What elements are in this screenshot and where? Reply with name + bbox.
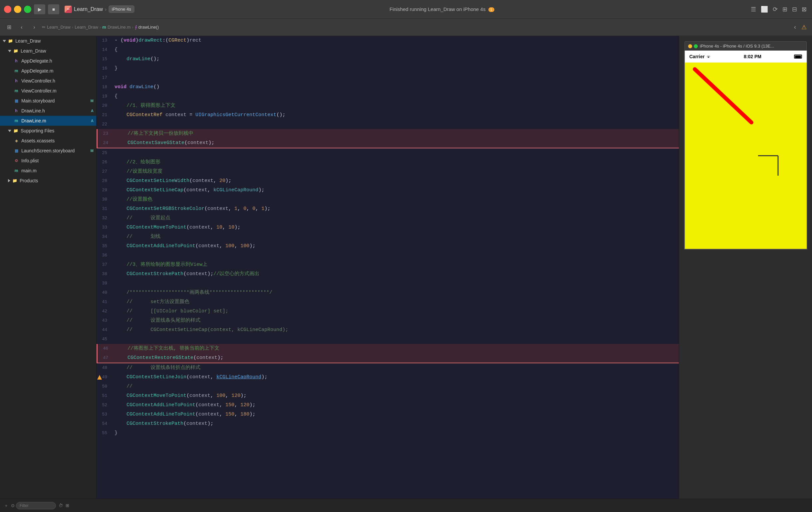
code-line-36: 36 [96, 251, 679, 260]
line-content: - (void)drawRect:(CGRect)rect [112, 36, 679, 45]
sidebar-item-launchscreen[interactable]: ▦ LaunchScreen.storyboard M [0, 146, 96, 156]
code-line-16: 16 } [96, 64, 679, 73]
sidebar-label-supporting-files: Supporting Files [21, 128, 54, 133]
sidebar-item-project-root[interactable]: 📁 Learn_Draw [0, 36, 96, 46]
line-content [112, 251, 679, 260]
expand-icon-sf [8, 130, 11, 132]
sidebar-item-viewcontroller-m[interactable]: m ViewController.m [0, 86, 96, 96]
layout3-button[interactable]: ⊠ [800, 4, 808, 14]
line-number: 35 [96, 242, 112, 251]
line-number: 28 [96, 176, 112, 186]
nav-back-button[interactable]: ‹ [17, 23, 27, 32]
sidebar-label-learn-draw-group: Learn_Draw [21, 48, 46, 54]
line-content: CGContextAddLineToPoint(context, 100, 10… [112, 242, 679, 251]
sim-dot-green[interactable] [694, 44, 698, 48]
sidebar-badge-drawline-m: A [91, 119, 93, 123]
traffic-lights [4, 6, 31, 13]
play-button[interactable]: ▶ [34, 4, 45, 14]
maximize-button[interactable] [24, 6, 31, 13]
line-content: CGContextStrokePath(context);//以空心的方式画出 [112, 269, 679, 279]
sidebar-label-appdelegate-h: AppDelegate.h [21, 58, 52, 64]
code-line-34: 34 // 划线 [96, 232, 679, 242]
hierarchy-button[interactable]: ⊞ [65, 503, 69, 508]
expand-icon [8, 50, 11, 52]
line-number: 53 [96, 410, 112, 419]
code-line-14: 14 { [96, 45, 679, 55]
add-file-button[interactable]: ＋ [4, 503, 8, 509]
running-status-text: Finished running Learn_Draw on iPhone 4s [389, 6, 486, 12]
line-content: // [112, 382, 679, 391]
code-line-28: 28 CGContextSetLineWidth(context, 20); [96, 176, 679, 186]
sidebar-item-appdelegate-m[interactable]: m AppDelegate.m [0, 66, 96, 76]
breadcrumb-learn-draw-1[interactable]: Learn_Draw [47, 25, 70, 30]
battery-fill [795, 56, 801, 58]
line-content: //设置颜色 [112, 195, 679, 204]
file-m-icon: m [13, 68, 19, 74]
breadcrumb-drawline-m[interactable]: DrawLine.m [108, 25, 130, 30]
breadcrumb-drawline-fn[interactable]: drawLine() [139, 25, 159, 30]
line-number: 22 [96, 120, 112, 129]
sidebar-item-main-m[interactable]: m main.m [0, 166, 96, 176]
scheme-selector[interactable]: iPhone 4s [109, 5, 135, 13]
sidebar-item-assets[interactable]: ◈ Assets.xcassets [0, 136, 96, 146]
debug-toggle-button[interactable]: ⬜ [759, 4, 770, 14]
line-content: // 划线 [112, 232, 679, 242]
minimize-button[interactable] [14, 6, 21, 13]
sidebar-item-learn-draw-group[interactable]: 📁 Learn_Draw [0, 46, 96, 56]
sidebar-label-drawline-h: DrawLine.h [21, 108, 45, 114]
code-editor[interactable]: 13 - (void)drawRect:(CGRect)rect 14 { 15… [96, 36, 679, 499]
sidebar-item-main-storyboard[interactable]: ▦ Main.storyboard M [0, 96, 96, 106]
assistant-toggle-button[interactable]: ⟳ [772, 4, 779, 14]
code-line-43: 43 // 设置线条头尾部的样式 [96, 316, 679, 325]
sidebar-item-drawline-m[interactable]: m DrawLine.m A [0, 116, 96, 126]
title-separator: › [105, 7, 107, 12]
filter-toggle-button[interactable]: ⊙ [11, 502, 56, 509]
storyboard-icon: ▦ [13, 98, 19, 104]
warning-nav-button[interactable]: ⚠ [800, 22, 808, 32]
code-lines: 13 - (void)drawRect:(CGRect)rect 14 { 15… [96, 36, 679, 438]
navigator-toggle-button[interactable]: ☰ [749, 4, 757, 14]
code-line-47: 47 CGContextRestoreGState(context); [96, 353, 679, 363]
line-number: 47 [97, 353, 113, 363]
line-number: 37 [96, 260, 112, 269]
line-content: void drawLine() [112, 83, 679, 92]
breadcrumb-app-icon[interactable]: ✏ [42, 25, 46, 30]
sort-button[interactable]: ⏱ [59, 503, 63, 508]
filter-input[interactable] [16, 502, 56, 509]
layout2-button[interactable]: ⊟ [791, 4, 799, 14]
line-number: 29 [96, 186, 112, 195]
line-content: CGContextAddLineToPoint(context, 150, 18… [112, 410, 679, 419]
line-number: 48 [96, 363, 112, 372]
breadcrumb-learn-draw-2[interactable]: Learn_Draw [75, 25, 98, 30]
code-line-44: 44 // CGContextSetLineCap(context, kCGLi… [96, 325, 679, 335]
sidebar-item-appdelegate-h[interactable]: h AppDelegate.h [0, 56, 96, 66]
line-number: 51 [96, 391, 112, 400]
line-content: //将图形上下文出栈, 替换当前的上下文 [113, 344, 679, 353]
line-content: //2、绘制图形 [112, 158, 679, 167]
sidebar-item-products[interactable]: 📁 Products [0, 176, 96, 186]
nav-grid-button[interactable]: ⊞ [4, 23, 14, 32]
code-line-22: 22 [96, 120, 679, 129]
sidebar-item-supporting-files[interactable]: 📁 Supporting Files [0, 126, 96, 136]
simulator-title-text: iPhone 4s - iPhone 4s / iOS 9.3 (13E... [700, 43, 774, 49]
code-line-49: 49 CGContextSetLineJoin(context, kCGLine… [96, 372, 679, 382]
status-bar: ＋ ⊙ ⏱ ⊞ [0, 499, 812, 512]
line-number: 42 [96, 307, 112, 316]
code-line-21: 21 CGContextRef context = UIGraphicsGetC… [96, 111, 679, 120]
layout-button[interactable]: ⊞ [781, 4, 789, 14]
toolbar: ⊞ ‹ › ✏ Learn_Draw › Learn_Draw › m Draw… [0, 19, 812, 36]
wifi-icon [706, 55, 711, 59]
close-button[interactable] [4, 6, 11, 13]
nav-forward-button[interactable]: › [29, 23, 39, 32]
code-line-24: 24 CGContextSaveGState(context); [96, 139, 679, 148]
sim-dot-yellow[interactable] [688, 44, 692, 48]
sidebar-item-info-plist[interactable]: ⚙ Info.plist [0, 156, 96, 166]
title-bar: ▶ ■ ✏ Learn_Draw › iPhone 4s Finished ru… [0, 0, 812, 19]
line-number: 25 [96, 148, 112, 158]
code-line-30: 30 //设置颜色 [96, 195, 679, 204]
sidebar-item-drawline-h[interactable]: h DrawLine.h A [0, 106, 96, 116]
stop-button[interactable]: ■ [48, 4, 59, 14]
back-navigation-button[interactable]: ‹ [793, 22, 798, 32]
sidebar-item-viewcontroller-h[interactable]: h ViewController.h [0, 76, 96, 86]
line-content [112, 73, 679, 83]
